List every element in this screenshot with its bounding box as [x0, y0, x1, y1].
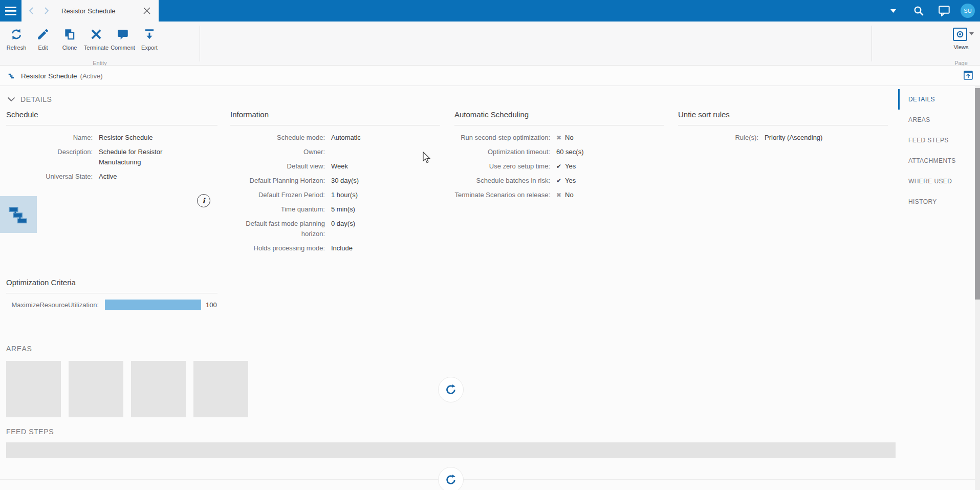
- check-icon: ✔: [556, 163, 561, 170]
- sidebar-item-areas[interactable]: AREAS: [898, 110, 975, 130]
- details-section-toggle[interactable]: DETAILS: [7, 95, 52, 103]
- schedule-gantt-icon: [7, 71, 16, 80]
- field-label: Terminate Scenarios on release:: [454, 190, 550, 200]
- schedule-fields: Name:Resistor ScheduleDescription:Schedu…: [6, 133, 217, 182]
- ribbon-toolbar: Refresh Edit Clone Terminate: [0, 22, 980, 66]
- schedule-card: Schedule Name:Resistor ScheduleDescripti…: [6, 110, 217, 186]
- area-placeholder-card: [131, 361, 186, 417]
- criterion-value: 100: [206, 301, 217, 309]
- field-label: Rule(s):: [678, 133, 758, 143]
- field-value: Priority (Ascending): [765, 133, 822, 143]
- clone-icon: [63, 28, 76, 41]
- feed-steps-loading-spinner: [438, 467, 464, 490]
- forward-chevron-icon[interactable]: [42, 7, 50, 15]
- sidebar-item-history[interactable]: HISTORY: [898, 191, 975, 212]
- cross-icon: ✖: [556, 134, 561, 141]
- entity-state-badge: (Active): [80, 72, 103, 80]
- hamburger-icon: [5, 7, 16, 15]
- information-fields: Schedule mode:AutomaticOwner:Default vie…: [230, 133, 440, 253]
- field-label: Optimization timeout:: [454, 147, 550, 157]
- vertical-scrollbar-thumb[interactable]: [975, 88, 980, 300]
- automatic-scheduling-card: Automatic Scheduling Run second-step opt…: [454, 110, 664, 204]
- cross-icon: ✖: [556, 191, 561, 199]
- field-label: Name:: [6, 133, 93, 143]
- field-label: Use zero setup time:: [454, 161, 550, 172]
- sidebar-item-attachments[interactable]: ATTACHMENTS: [898, 151, 975, 171]
- top-app-bar: Resistor Schedule SU: [0, 0, 980, 22]
- area-placeholder-card: [6, 361, 61, 417]
- tab-close-icon[interactable]: [143, 7, 150, 14]
- schedule-gantt-icon: [4, 200, 33, 229]
- vertical-scrollbar-track[interactable]: [975, 86, 980, 490]
- export-download-icon: [143, 28, 156, 41]
- area-placeholder-card: [193, 361, 248, 417]
- check-icon: ✔: [556, 177, 561, 184]
- field-label: Schedule batches in risk:: [454, 176, 550, 186]
- field-value: 60 sec(s): [556, 147, 583, 157]
- search-button[interactable]: [910, 0, 927, 22]
- field-value: 5 min(s): [331, 204, 355, 215]
- user-avatar[interactable]: SU: [961, 4, 975, 18]
- sidebar-item-where-used[interactable]: WHERE USED: [898, 171, 975, 191]
- feed-steps-placeholder-bar: [6, 442, 896, 458]
- sidebar-item-feed-steps[interactable]: FEED STEPS: [898, 130, 975, 151]
- field-value: Automatic: [331, 133, 361, 143]
- terminate-x-icon: [90, 28, 103, 41]
- button-label: Comment: [111, 45, 135, 51]
- field-label: Universal State:: [6, 172, 93, 182]
- hamburger-menu-button[interactable]: [0, 0, 21, 22]
- field-label: Default Planning Horizon:: [230, 176, 325, 186]
- toolbar-separator: [872, 26, 872, 61]
- info-button[interactable]: i: [197, 194, 210, 207]
- section-divider: [0, 479, 975, 480]
- field-value: 1 hour(s): [331, 190, 358, 200]
- card-title: Information: [230, 110, 440, 125]
- views-button[interactable]: [953, 28, 974, 41]
- field-value: 0 day(s): [331, 219, 355, 239]
- refresh-icon: [10, 28, 23, 41]
- field-label: Description:: [6, 147, 93, 167]
- feed-steps-section-title: FEED STEPS: [6, 428, 54, 436]
- criterion-bar-fill: [105, 300, 201, 310]
- card-title: Automatic Scheduling: [454, 110, 664, 125]
- section-nav: DETAILSAREASFEED STEPSATTACHMENTSWHERE U…: [898, 89, 975, 212]
- field-value: ✔Yes: [556, 176, 576, 186]
- back-chevron-icon[interactable]: [28, 7, 36, 15]
- information-card: Information Schedule mode:AutomaticOwner…: [230, 110, 440, 258]
- button-label: Terminate: [84, 45, 108, 51]
- edit-button[interactable]: Edit: [30, 25, 56, 56]
- views-label: Views: [949, 44, 973, 50]
- field-value: Schedule for Resistor Manufacturing: [99, 147, 183, 167]
- comment-button[interactable]: Comment: [110, 25, 136, 56]
- field-value: Resistor Schedule: [99, 133, 153, 143]
- field-label: Schedule mode:: [230, 133, 325, 143]
- field-label: Default fast mode planning horizon:: [230, 219, 325, 239]
- refresh-button[interactable]: Refresh: [3, 25, 30, 56]
- toolbar-separator: [200, 26, 200, 61]
- card-title: Optimization Criteria: [6, 278, 217, 293]
- expand-panel-icon[interactable]: [964, 71, 973, 80]
- areas-placeholder-row: [6, 361, 256, 417]
- details-section-title: DETAILS: [20, 95, 52, 103]
- comment-bubble-icon: [116, 28, 129, 41]
- field-label: Time quantum:: [230, 204, 325, 215]
- automatic-scheduling-fields: Run second-step optimization:✖NoOptimiza…: [454, 133, 664, 200]
- sidebar-item-details[interactable]: DETAILS: [898, 89, 975, 110]
- field-label: Holds processing mode:: [230, 243, 325, 253]
- field-label: Run second-step optimization:: [454, 133, 550, 143]
- loading-refresh-icon: [444, 473, 458, 486]
- feedback-button[interactable]: [935, 0, 953, 22]
- areas-loading-spinner: [438, 377, 464, 402]
- optimization-criteria-card: Optimization Criteria MaximizeResourceUt…: [6, 278, 217, 310]
- field-label: Default Frozen Period:: [230, 190, 325, 200]
- field-value: 30 day(s): [331, 176, 359, 186]
- tab-resistor-schedule[interactable]: Resistor Schedule: [21, 0, 159, 22]
- chevron-down-icon: [7, 97, 15, 102]
- export-button[interactable]: Export: [136, 25, 163, 56]
- card-title: Untie sort rules: [678, 110, 888, 125]
- clone-button[interactable]: Clone: [56, 25, 83, 56]
- chevron-down-icon[interactable]: [969, 32, 974, 35]
- terminate-button[interactable]: Terminate: [83, 25, 110, 56]
- topbar-dropdown-button[interactable]: [884, 0, 902, 22]
- eye-icon: [956, 30, 964, 38]
